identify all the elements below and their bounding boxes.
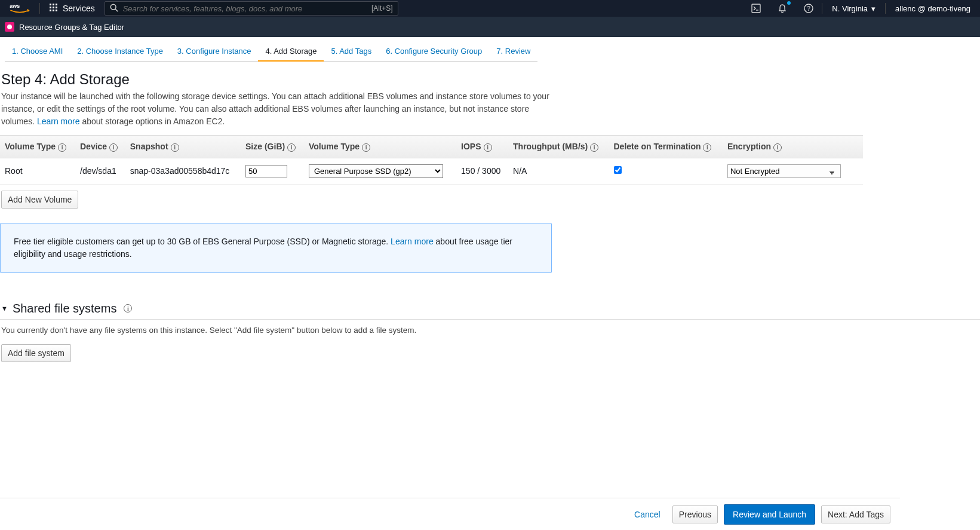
info-icon[interactable]: i xyxy=(109,143,118,152)
cell-volume-type2: General Purpose SSD (gp2) xyxy=(304,158,456,184)
col-encryption: Encryptioni xyxy=(723,136,853,158)
learn-more-link[interactable]: Learn more xyxy=(37,117,80,126)
info-icon[interactable]: i xyxy=(362,143,370,152)
wizard-tab-choose-ami[interactable]: 1. Choose AMI xyxy=(5,42,70,62)
shared-file-systems-header[interactable]: ▼ Shared file systems i xyxy=(0,298,980,320)
info-icon[interactable]: i xyxy=(58,143,66,152)
region-selector[interactable]: N. Virginia ▾ xyxy=(822,4,885,13)
step-title: Step 4: Add Storage xyxy=(0,66,980,90)
svg-point-16 xyxy=(7,24,12,29)
cell-delete-on-termination xyxy=(609,158,723,184)
free-tier-info-box: Free tier eligible customers can get up … xyxy=(0,223,552,273)
col-snapshot: Snapshoti xyxy=(125,136,241,158)
top-nav-left: aws Services [Alt+S] xyxy=(0,0,398,17)
encryption-select[interactable]: Not Encrypted xyxy=(727,164,841,178)
wizard-tab-configure-instance[interactable]: 3. Configure Instance xyxy=(170,42,259,62)
wizard-tab-configure-security-group[interactable]: 6. Configure Security Group xyxy=(379,42,489,62)
col-iops: IOPSi xyxy=(456,136,508,158)
notifications-icon[interactable] xyxy=(769,0,795,17)
size-input[interactable] xyxy=(245,165,287,177)
svg-rect-4 xyxy=(50,7,51,8)
resource-groups-icon xyxy=(5,22,14,32)
cell-throughput: N/A xyxy=(508,158,609,184)
col-delete-on-termination: Delete on Terminationi xyxy=(609,136,723,158)
cell-snapshot: snap-03a3ad00558b4d17c xyxy=(125,158,241,184)
info-icon[interactable]: i xyxy=(171,143,179,152)
cell-volume-type: Root xyxy=(0,158,75,184)
svg-rect-6 xyxy=(56,7,57,8)
sfs-description: You currently don't have any file system… xyxy=(0,320,980,341)
cell-encryption: Not Encrypted xyxy=(723,158,853,184)
user-menu[interactable]: allenc @ demo-tlveng xyxy=(886,4,980,13)
main-content: Step 4: Add Storage Your instance will b… xyxy=(0,62,980,362)
info-icon[interactable]: i xyxy=(703,143,711,152)
wizard-tabs: 1. Choose AMI 2. Choose Instance Type 3.… xyxy=(0,37,980,62)
table-header-row: Volume Typei Devicei Snapshoti Size (GiB… xyxy=(0,136,863,158)
top-nav: aws Services [Alt+S] ? N. xyxy=(0,0,980,17)
col-size: Size (GiB)i xyxy=(241,136,304,158)
info-icon[interactable]: i xyxy=(590,143,598,152)
wizard-tab-choose-instance-type[interactable]: 2. Choose Instance Type xyxy=(70,42,170,62)
svg-text:?: ? xyxy=(807,5,811,12)
resource-groups-link[interactable]: Resource Groups & Tag Editor xyxy=(19,23,124,32)
step-description: Your instance will be launched with the … xyxy=(0,90,561,135)
top-nav-right: ? N. Virginia ▾ allenc @ demo-tlveng xyxy=(743,0,980,17)
collapse-icon: ▼ xyxy=(1,305,8,312)
wizard-tab-add-storage[interactable]: 4. Add Storage xyxy=(258,42,324,62)
aws-logo[interactable]: aws xyxy=(0,2,39,14)
step-desc-text2: about storage options in Amazon EC2. xyxy=(82,117,225,126)
help-icon[interactable]: ? xyxy=(795,0,822,17)
search-container[interactable]: [Alt+S] xyxy=(105,1,398,16)
table-row: Root /dev/sda1 snap-03a3ad00558b4d17c Ge… xyxy=(0,158,863,184)
col-volume-type2: Volume Typei xyxy=(304,136,456,158)
cell-iops: 150 / 3000 xyxy=(456,158,508,184)
chevron-down-icon: ▾ xyxy=(871,4,875,13)
storage-table: Volume Typei Devicei Snapshoti Size (GiB… xyxy=(0,135,863,185)
svg-rect-3 xyxy=(56,4,57,5)
grid-icon xyxy=(50,4,58,14)
search-icon xyxy=(110,4,118,14)
cloudshell-icon[interactable] xyxy=(743,0,769,17)
delete-on-termination-checkbox[interactable] xyxy=(614,166,622,174)
info-learn-more-link[interactable]: Learn more xyxy=(391,237,434,246)
sfs-title: Shared file systems xyxy=(13,302,117,315)
cell-size xyxy=(241,158,304,184)
add-new-volume-button[interactable]: Add New Volume xyxy=(1,191,78,209)
volume-type-select[interactable]: General Purpose SSD (gp2) xyxy=(309,164,443,178)
col-device: Devicei xyxy=(75,136,125,158)
search-input[interactable] xyxy=(123,4,367,13)
svg-text:aws: aws xyxy=(10,3,20,9)
services-label: Services xyxy=(63,4,95,13)
info-icon[interactable]: i xyxy=(484,143,492,152)
info-text1: Free tier eligible customers can get up … xyxy=(14,237,391,246)
wizard-tab-add-tags[interactable]: 5. Add Tags xyxy=(324,42,379,62)
cell-actions xyxy=(853,158,863,184)
sub-nav: Resource Groups & Tag Editor xyxy=(0,17,980,37)
notification-dot xyxy=(787,1,791,5)
svg-rect-7 xyxy=(50,10,51,11)
svg-rect-2 xyxy=(53,4,54,5)
user-label: allenc @ demo-tlveng xyxy=(895,4,970,13)
svg-rect-5 xyxy=(53,7,54,8)
info-icon[interactable]: i xyxy=(287,143,296,152)
info-icon[interactable]: i xyxy=(773,143,782,152)
region-label: N. Virginia xyxy=(832,4,868,13)
wizard-tab-review[interactable]: 7. Review xyxy=(489,42,537,62)
col-throughput: Throughput (MB/s)i xyxy=(508,136,609,158)
svg-rect-12 xyxy=(752,4,760,13)
cell-device: /dev/sda1 xyxy=(75,158,125,184)
info-icon[interactable]: i xyxy=(124,304,132,313)
search-shortcut: [Alt+S] xyxy=(371,4,393,13)
svg-rect-8 xyxy=(53,10,54,11)
add-file-system-button[interactable]: Add file system xyxy=(1,344,71,362)
services-button[interactable]: Services xyxy=(40,4,105,14)
svg-rect-9 xyxy=(56,10,57,11)
svg-line-11 xyxy=(115,8,117,11)
svg-rect-1 xyxy=(50,4,51,5)
col-volume-type: Volume Typei xyxy=(0,136,75,158)
col-actions xyxy=(853,136,863,158)
